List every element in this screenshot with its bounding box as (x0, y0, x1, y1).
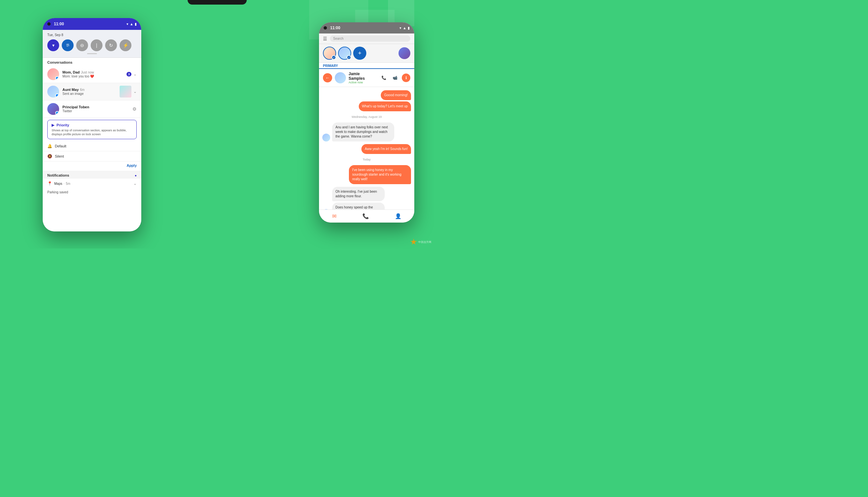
notifications-section-header: Notifications ● (43, 171, 141, 179)
outgoing-message-5-wrap: I've been using honey in my sourdough st… (322, 165, 411, 184)
chat-header: ← Jamie Samples Active now 📞 📹 ℹ (319, 69, 414, 87)
time-right: 11:00 (330, 26, 340, 30)
status-bar-left: 11:00 ▾ ▲ ▮ (43, 18, 141, 30)
dnd-qs-icon: ⊖ (80, 43, 84, 48)
message-4: Aww yeah I'm in! Sounds fun! (361, 144, 411, 154)
conversation-mom-content: Mom, Dad Just now Mom: love you too ❤️ (63, 70, 126, 78)
wifi-icon-right: ▾ (400, 26, 401, 30)
qs-rotation-button[interactable]: ↻ (105, 39, 117, 51)
conversation-principal[interactable]: Principal Toben Twitter ⚙ (43, 100, 141, 118)
time-left: 11:00 (54, 22, 64, 26)
story-avatar-2[interactable]: ✓ (338, 47, 351, 60)
chat-messages-body: Goood morning! What's up today? Let's me… (319, 87, 414, 210)
conversation-principal-platform: Twitter (63, 109, 133, 113)
signal-icon-left: ▲ (130, 22, 133, 26)
apply-button[interactable]: Apply (126, 164, 137, 167)
priority-popup: ▶ Priority Shows at top of conversation … (47, 120, 137, 139)
wifi-icon-left: ▾ (126, 22, 128, 26)
chevron-mom[interactable]: ⌄ (133, 72, 137, 76)
chat-contact-avatar (335, 72, 346, 83)
video-call-button[interactable]: 📹 (391, 73, 399, 82)
partial-phone-top (188, 0, 247, 4)
watermark: 中国连升网 (410, 239, 431, 245)
add-story-button[interactable]: + (353, 47, 366, 60)
flashlight-qs-icon: | (96, 43, 97, 48)
incoming-message-3-row: Anu and I are having folks over next wee… (322, 123, 411, 141)
story-row: ✓ ✓ + (319, 44, 414, 63)
battery-icon-right: ▮ (408, 26, 410, 30)
incoming-messages-group: Oh interesting. I've just been adding mo… (332, 187, 408, 210)
qs-date: Tue, Sep 8 (47, 33, 137, 37)
bell-silent-icon: 🔕 (47, 154, 52, 158)
priority-header: ▶ Priority (52, 123, 133, 127)
avatar-badge-mom (55, 76, 59, 80)
conversation-mom-badge: 3 (126, 72, 132, 76)
chat-contact-info: Jamie Samples Active now (348, 72, 377, 84)
message-7: Does honey speed up the process? (332, 202, 385, 210)
search-bar[interactable]: Search (330, 36, 410, 42)
maps-time-value: 5m (66, 182, 70, 185)
rotation-qs-icon: ↻ (109, 43, 113, 48)
story-badge-2: ✓ (347, 55, 351, 60)
avatar-badge-principal (55, 111, 59, 115)
notifications-toggle[interactable]: ● (135, 174, 137, 177)
phone-icon: 📞 (382, 75, 386, 80)
conversations-header: Conversations (43, 58, 141, 66)
avatar-aunt-may (47, 86, 59, 98)
message-3: Anu and I are having folks over next wee… (332, 123, 394, 141)
battery-icon-left: ▮ (135, 22, 137, 26)
message-2: What's up today? Let's meet up (359, 101, 411, 111)
maps-time: · (64, 182, 65, 185)
conversation-mom-dad[interactable]: Mom, Dad Just now Mom: love you too ❤️ 3… (43, 66, 141, 83)
qs-wifi-button[interactable]: ▾ (47, 39, 59, 51)
back-button[interactable]: ← (323, 73, 332, 82)
conversation-mom-text: Mom: love you too ❤️ (63, 74, 126, 78)
primary-tab[interactable]: PRIMARY (319, 63, 414, 69)
avatar-badge-aunt (55, 94, 59, 98)
option-default[interactable]: 🔔 Default (43, 141, 141, 151)
back-arrow-icon: ← (325, 75, 330, 81)
qs-bluetooth-button[interactable]: 𝔅 (62, 39, 73, 51)
priority-label: Priority (56, 123, 69, 127)
phone-right: 11:00 ▾ ▲ ▮ ☰ Search ✓ ✓ + PRIMARY (319, 22, 414, 223)
priority-description: Shows at top of conversation section, ap… (52, 129, 133, 136)
date-separator-2: Today (322, 157, 411, 162)
maps-notification[interactable]: 📍 Maps · 5m ⌄ (43, 179, 141, 188)
status-icons-right: ▾ ▲ ▮ (400, 26, 410, 30)
chevron-maps[interactable]: ⌄ (133, 181, 137, 186)
message-5: I've been using honey in my sourdough st… (349, 165, 411, 184)
conversation-aunt-may[interactable]: Aunt May 6m Sent an image ⌄ (43, 83, 141, 100)
info-icon: ℹ (405, 75, 407, 80)
bell-default-icon: 🔔 (47, 144, 52, 148)
chevron-aunt[interactable]: ⌄ (133, 89, 137, 94)
qs-flashlight-button[interactable]: | (91, 39, 102, 51)
chat-contact-name: Jamie Samples (348, 72, 377, 81)
story-avatar-3[interactable] (399, 47, 410, 59)
call-button[interactable]: 📞 (380, 73, 388, 82)
watermark-text: 中国连升网 (418, 240, 431, 244)
nav-calls-icon[interactable]: 📞 (362, 213, 369, 219)
option-silent[interactable]: 🔕 Silent (43, 151, 141, 161)
chat-action-icons: 📞 📹 ℹ (380, 73, 410, 82)
conversation-aunt-content: Aunt May 6m Sent an image (63, 88, 120, 96)
qs-battery-button[interactable]: ⚡ (120, 39, 132, 51)
story-avatar-1[interactable]: ✓ (323, 47, 336, 60)
avatar-mom-dad (47, 68, 59, 80)
signal-icon-right: ▲ (403, 26, 407, 30)
camera-dot-right (323, 26, 327, 30)
phone-right-inner: 11:00 ▾ ▲ ▮ ☰ Search ✓ ✓ + PRIMARY (319, 22, 414, 223)
watermark-icon (410, 239, 417, 245)
nav-contacts-icon[interactable]: 👤 (395, 213, 401, 219)
qs-icons-row: ▾ 𝔅 ⊖ | ↻ ⚡ (47, 39, 137, 51)
incoming-message-6-row: Oh interesting. I've just been adding mo… (322, 187, 411, 210)
nav-messages-icon[interactable]: ✉ (332, 213, 336, 219)
status-bar-right: 11:00 ▾ ▲ ▮ (319, 22, 414, 33)
info-button[interactable]: ℹ (402, 73, 410, 82)
qs-dnd-button[interactable]: ⊖ (76, 39, 88, 51)
option-silent-label: Silent (55, 154, 64, 158)
gear-icon-principal[interactable]: ⚙ (133, 106, 137, 112)
hamburger-icon[interactable]: ☰ (323, 36, 327, 41)
conversation-aunt-text: Sent an image (63, 92, 120, 96)
aunt-may-image-thumbnail (120, 86, 132, 98)
date-separator-1: Wednesday, August 19 (322, 114, 411, 120)
